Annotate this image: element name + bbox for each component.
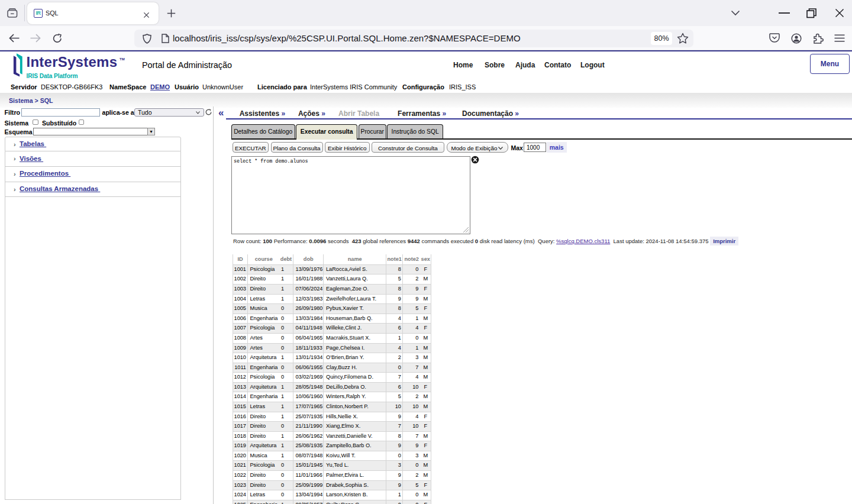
svg-text:TM: TM	[120, 57, 125, 61]
svg-text:IRIS Data Platform: IRIS Data Platform	[27, 73, 78, 79]
svg-text:InterSystems: InterSystems	[27, 54, 118, 70]
